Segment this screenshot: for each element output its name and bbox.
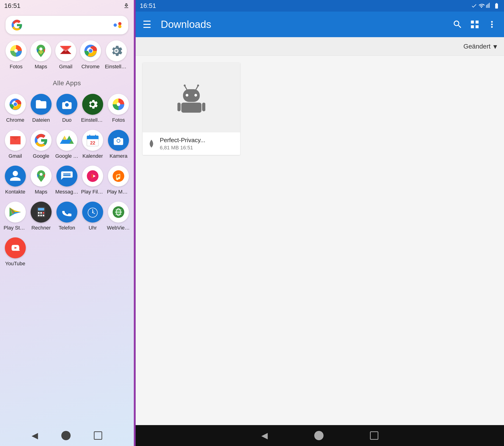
nav-bar-right: ◀: [136, 425, 504, 446]
label-playfilme: Play Filme...: [81, 189, 104, 195]
svg-point-38: [92, 212, 93, 213]
app-label-maps-dock: Maps: [35, 64, 47, 70]
svg-point-58: [150, 142, 153, 145]
download-filename: Perfect-Privacy...: [160, 137, 236, 144]
svg-point-12: [14, 103, 17, 106]
app-gmail2[interactable]: Gmail: [2, 127, 28, 163]
svg-point-0: [114, 23, 117, 27]
label-fotos2: Fotos: [112, 117, 125, 123]
svg-rect-46: [183, 89, 200, 102]
nav-back-icon[interactable]: ◀: [32, 431, 38, 440]
svg-point-48: [194, 94, 197, 97]
check-status-icon: [471, 3, 477, 9]
einstellungen-icon: [109, 43, 124, 58]
fotos-icon: [9, 44, 23, 58]
rechner-icon: [35, 206, 47, 218]
app-kamera[interactable]: Kamera: [106, 127, 131, 163]
svg-point-9: [115, 50, 118, 52]
messages-icon: [61, 170, 73, 182]
app-uhr[interactable]: Uhr: [80, 199, 106, 235]
app-playstore[interactable]: Play Store: [2, 199, 28, 235]
app-maps2[interactable]: Maps: [28, 163, 54, 199]
label-duo: Duo: [62, 117, 72, 123]
playmusik-icon: [111, 169, 126, 183]
nav-bar-left: ◀: [0, 425, 134, 446]
app-googledrive[interactable]: Google Dri...: [54, 127, 80, 163]
label-maps2: Maps: [35, 189, 47, 195]
chrome-icon: [8, 97, 22, 111]
app-einstellungen2[interactable]: Einstellun...: [80, 91, 106, 127]
left-panel: 16:51: [0, 0, 134, 446]
app-kalender[interactable]: 22 Kalender: [80, 127, 106, 163]
app-duo[interactable]: Duo: [54, 91, 80, 127]
playstore-icon: [8, 205, 22, 219]
label-googledrive: Google Dri...: [55, 153, 78, 159]
playfilme-icon: [86, 169, 100, 183]
app-messages[interactable]: Messages: [54, 163, 80, 199]
label-gmail2: Gmail: [9, 153, 22, 159]
app-youtube[interactable]: YouTube: [2, 235, 28, 271]
app-fotos2[interactable]: Fotos: [106, 91, 131, 127]
status-bar-left: 16:51: [0, 0, 134, 12]
app-maps-dock[interactable]: Maps: [30, 38, 52, 74]
status-time-right: 16:51: [140, 2, 156, 10]
nav-recent-icon-right[interactable]: [370, 431, 378, 440]
svg-point-3: [14, 49, 18, 53]
youtube-icon: [9, 242, 22, 254]
gmail2-icon: [8, 133, 22, 147]
nav-home-icon[interactable]: [61, 431, 71, 440]
grid-view-icon[interactable]: [470, 19, 480, 30]
app-label-chrome-dock: Chrome: [82, 64, 100, 70]
app-rechner[interactable]: Rechner: [28, 199, 54, 235]
app-einstellungen-dock[interactable]: Einstellun...: [104, 38, 129, 74]
svg-rect-27: [38, 212, 39, 214]
svg-rect-32: [43, 215, 44, 216]
google-search-bar[interactable]: [6, 16, 128, 34]
nav-recent-icon[interactable]: [94, 431, 102, 440]
app-dateien[interactable]: Dateien: [28, 91, 54, 127]
download-card[interactable]: Perfect-Privacy... 6,81 MB 16:51: [143, 63, 240, 155]
svg-rect-26: [38, 208, 44, 211]
label-rechner: Rechner: [31, 225, 51, 231]
app-fotos-dock[interactable]: Fotos: [5, 38, 27, 74]
app-telefon[interactable]: Telefon: [54, 199, 80, 235]
svg-rect-45: [9, 242, 22, 254]
label-kamera: Kamera: [110, 153, 127, 159]
nav-back-icon-right[interactable]: ◀: [261, 431, 268, 440]
battery-icon-right: [493, 2, 500, 9]
label-kontakte: Kontakte: [5, 189, 25, 195]
label-playmusik: Play Musik: [107, 189, 130, 195]
einstellungen2-icon: [86, 98, 99, 110]
app-chrome-dock[interactable]: Chrome: [79, 38, 102, 74]
signal-icon: [486, 3, 492, 9]
sort-chevron-icon[interactable]: ▾: [493, 42, 497, 51]
menu-icon[interactable]: ☰: [143, 19, 151, 30]
app-chrome[interactable]: Chrome: [2, 91, 28, 127]
kamera-icon: [112, 134, 125, 147]
apk-file-icon: [146, 139, 157, 149]
label-chrome: Chrome: [6, 117, 24, 123]
svg-rect-29: [43, 212, 44, 214]
label-uhr: Uhr: [89, 225, 97, 231]
webview-icon: [111, 205, 126, 219]
sort-label: Geändert: [463, 43, 490, 50]
label-messages: Messages: [55, 189, 78, 195]
svg-rect-31: [40, 215, 42, 216]
app-google[interactable]: Google: [28, 127, 54, 163]
app-label-gmail-dock: Gmail: [59, 64, 72, 70]
label-google: Google: [33, 153, 49, 159]
nav-home-icon-right[interactable]: [314, 431, 324, 440]
app-playmusik[interactable]: Play Musik: [106, 163, 131, 199]
app-webview[interactable]: WebView...: [106, 199, 131, 235]
app-kontakte[interactable]: Kontakte: [2, 163, 28, 199]
search-icon[interactable]: [452, 19, 463, 30]
app-gmail-dock[interactable]: Gmail: [54, 38, 77, 74]
chrome-icon-dock: [83, 43, 98, 58]
svg-point-1: [118, 22, 122, 25]
dateien-icon: [35, 98, 47, 110]
svg-point-2: [118, 25, 122, 28]
more-options-icon[interactable]: [487, 19, 497, 30]
label-telefon: Telefon: [58, 225, 75, 231]
svg-rect-55: [202, 103, 205, 111]
app-playfilme[interactable]: Play Filme...: [80, 163, 106, 199]
